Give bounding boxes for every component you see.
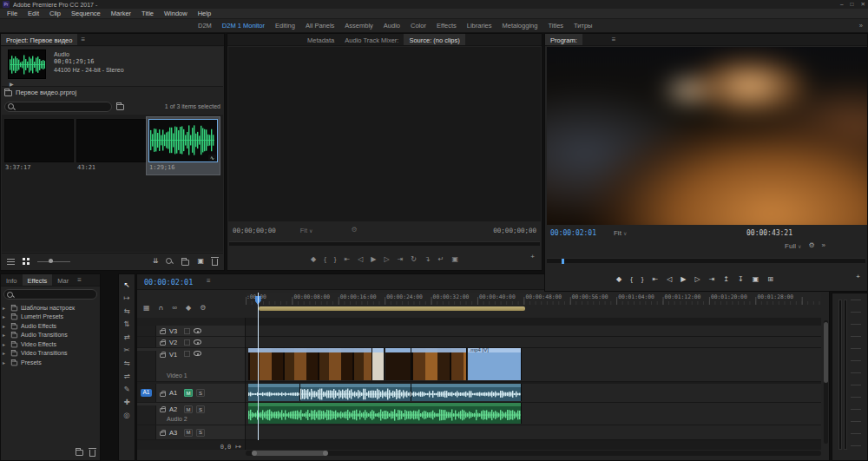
workspace-tab-effects[interactable]: Effects (431, 22, 462, 30)
tab-info[interactable]: Info (1, 274, 23, 286)
source-patch[interactable] (137, 351, 156, 381)
track-lane-a1[interactable] (246, 384, 821, 403)
track-lane-a3[interactable] (246, 425, 821, 440)
program-timecode[interactable]: 00:00:02:01 (550, 229, 596, 237)
overwrite-button[interactable]: ↵ (438, 256, 444, 263)
workspace-tab-libraries[interactable]: Libraries (462, 22, 497, 30)
workspace-tab-color[interactable]: Color (405, 22, 431, 30)
tab-metadata[interactable]: Metadata (302, 34, 339, 45)
step-back-button[interactable]: ◁ (358, 256, 363, 263)
timeline-clip-a2-1[interactable] (248, 403, 523, 424)
source-patch[interactable] (137, 425, 156, 439)
tab-audio-track-mixer-[interactable]: Audio Track Mixer: (339, 34, 404, 45)
twirl-icon[interactable]: ▸ (3, 359, 8, 366)
twirl-icon[interactable]: ▸ (3, 305, 8, 311)
menu-marker[interactable]: Marker (106, 10, 136, 17)
workspace-overflow-button[interactable]: » (854, 22, 868, 30)
comparison-view-button[interactable]: ⊞ (767, 276, 773, 283)
project-search-input[interactable] (4, 102, 112, 112)
playback-resolution-select[interactable]: Full∨ (785, 242, 801, 250)
playhead[interactable] (258, 293, 259, 440)
timeline-settings-button[interactable]: ⚙ (200, 305, 206, 312)
lift-button[interactable]: ↥ (723, 276, 729, 283)
hand-tool[interactable]: ✚ (119, 395, 135, 408)
workspace-tab-audio[interactable]: Audio (378, 22, 405, 30)
mute-button[interactable]: M (184, 389, 193, 397)
track-output-toggle[interactable] (194, 351, 201, 356)
project-file-name[interactable]: Первое видео.prproj (16, 89, 76, 96)
program-settings-icon[interactable]: ⚙ (808, 242, 814, 249)
lock-icon[interactable] (160, 431, 166, 436)
poster-play-button[interactable]: ▶ (10, 81, 14, 87)
source-patch[interactable]: A1 (137, 384, 156, 402)
sync-lock-toggle[interactable] (184, 351, 190, 357)
twirl-icon[interactable]: ▸ (3, 313, 8, 319)
selection-tool[interactable]: ↖ (119, 278, 135, 291)
tab-source-no-clips-[interactable]: Source: (no clips) (404, 34, 464, 45)
loop-button[interactable]: ↻ (411, 256, 417, 263)
zoom-tool[interactable]: ◎ (119, 408, 135, 421)
scrubber-playhead[interactable] (562, 259, 564, 264)
lock-icon[interactable] (160, 353, 166, 358)
timeline-clip-v1-5[interactable]: .mp4 [V] (468, 348, 523, 380)
add-marker-button[interactable]: ◆ (186, 305, 191, 312)
effects-folder[interactable]: ▸Video Effects (3, 339, 98, 349)
automate-to-sequence-button[interactable]: ⇊ (153, 258, 159, 265)
tab-mar[interactable]: Mar (52, 274, 74, 286)
list-view-button[interactable] (7, 259, 15, 265)
step-forward-button[interactable]: ▷ (384, 256, 389, 263)
project-item-thumbnail[interactable] (4, 119, 74, 162)
effects-folder[interactable]: ▸Audio Effects (3, 321, 98, 331)
new-bin-button[interactable] (181, 260, 189, 266)
panel-menu-icon[interactable]: ≡ (74, 274, 85, 286)
play-button[interactable]: ▶ (371, 256, 376, 263)
timeline-ruler[interactable]: :00:0000:00:08:0000:00:16:0000:00:24:000… (246, 293, 821, 305)
effects-folder[interactable]: ▸Video Transitions (3, 349, 98, 359)
sync-lock-toggle[interactable] (184, 339, 190, 346)
minimize-button[interactable]: – (840, 1, 844, 8)
close-button[interactable]: ✕ (861, 1, 865, 8)
workspace-tab-d2m-1-monitor[interactable]: D2M 1 Monitor (217, 22, 270, 30)
twirl-icon[interactable]: ▸ (3, 323, 8, 329)
twirl-icon[interactable]: ▸ (3, 341, 8, 347)
program-tab[interactable]: Program: (545, 34, 582, 45)
source-patch[interactable] (137, 326, 156, 336)
go-to-out-button[interactable]: ⇥ (709, 276, 715, 283)
lock-icon[interactable] (160, 330, 166, 334)
project-tab[interactable]: Project: Первое видео (1, 34, 77, 45)
rate-stretch-tool[interactable]: ⇄ (119, 330, 135, 343)
mute-button[interactable]: M (184, 405, 193, 413)
solo-button[interactable]: S (196, 389, 205, 397)
go-to-out-button[interactable]: ⇥ (398, 256, 404, 263)
timeline-clip-v1-1[interactable] (248, 348, 372, 380)
new-item-button[interactable]: ▣ (197, 258, 204, 265)
project-item[interactable]: 3:37:17 (4, 119, 74, 173)
panel-menu-icon[interactable]: ≡ (608, 34, 620, 45)
add-marker-button[interactable]: ◆ (311, 256, 316, 263)
timeline-clip-v1-4[interactable] (411, 348, 467, 380)
extract-button[interactable]: ↧ (738, 276, 744, 283)
snap-toggle[interactable]: ∩ (159, 305, 164, 312)
export-frame-button[interactable]: ▣ (451, 256, 458, 263)
timeline-clip-v1-3[interactable] (385, 348, 412, 380)
track-lane-v2[interactable] (246, 337, 821, 348)
workspace-tab-metalogging[interactable]: Metalogging (497, 22, 543, 30)
effects-folder[interactable]: ▸Lumetri Presets (3, 313, 98, 322)
ripple-edit-tool[interactable]: ⇆ (119, 304, 135, 317)
track-header-v1[interactable]: V1Video 1 (137, 348, 245, 382)
delete-button[interactable] (89, 450, 95, 457)
project-item-thumbnail[interactable] (76, 119, 146, 162)
track-header-a2[interactable]: A2MSAudio 2 (137, 403, 245, 425)
source-settings-icon[interactable]: ⚙ (351, 227, 357, 234)
effects-folder[interactable]: ▸Presets (3, 358, 98, 367)
track-lane-v1[interactable]: .mp4 [V] (246, 348, 821, 382)
sync-lock-toggle[interactable] (184, 328, 190, 334)
nest-source-toggle[interactable]: ▦ (143, 305, 150, 312)
track-header-v3[interactable]: V3 (137, 326, 245, 337)
source-zoom-select[interactable]: Fit∨ (300, 227, 313, 234)
panel-menu-icon[interactable]: ≡ (77, 34, 89, 45)
panel-plus-button[interactable]: + (530, 254, 535, 260)
lock-icon[interactable] (160, 341, 166, 346)
step-forward-button[interactable]: ▷ (694, 276, 700, 283)
keyframe-nav-icon[interactable]: ↦ (235, 444, 241, 451)
